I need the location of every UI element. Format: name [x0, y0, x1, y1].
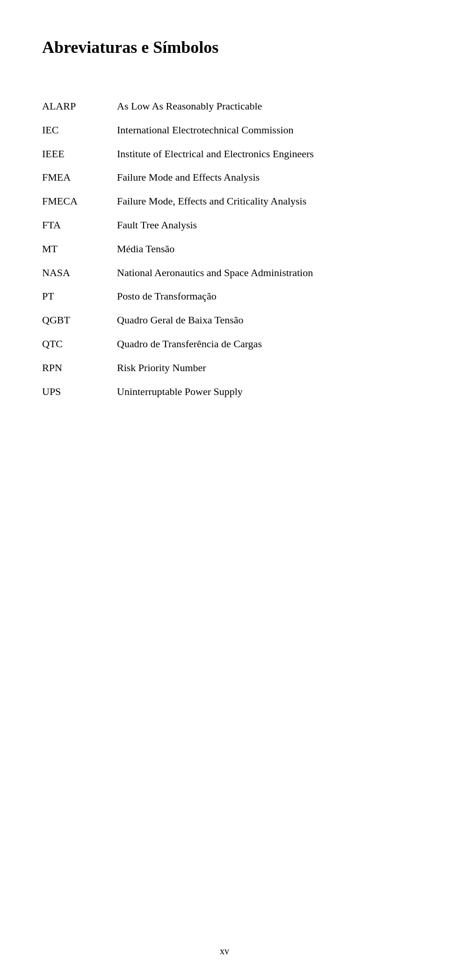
abbreviation-definition: Média Tensão	[117, 237, 407, 261]
abbreviation-term: FMECA	[42, 190, 117, 213]
table-row: ALARPAs Low As Reasonably Practicable	[42, 95, 407, 118]
abbreviation-definition: Uninterruptable Power Supply	[117, 380, 407, 404]
table-row: FMECAFailure Mode, Effects and Criticali…	[42, 190, 407, 213]
abbreviation-definition: Institute of Electrical and Electronics …	[117, 142, 407, 166]
table-row: PTPosto de Transformação	[42, 285, 407, 308]
abbreviation-definition: International Electrotechnical Commissio…	[117, 118, 407, 142]
abbreviation-definition: Quadro de Transferência de Cargas	[117, 332, 407, 356]
table-row: QGBTQuadro Geral de Baixa Tensão	[42, 308, 407, 332]
abbreviation-term: PT	[42, 285, 117, 308]
abbreviation-term: IEEE	[42, 142, 117, 166]
table-row: RPNRisk Priority Number	[42, 356, 407, 380]
abbreviation-definition: Failure Mode, Effects and Criticality An…	[117, 190, 407, 213]
abbreviation-term: UPS	[42, 380, 117, 404]
abbreviation-term: RPN	[42, 356, 117, 380]
abbreviation-definition: National Aeronautics and Space Administr…	[117, 261, 407, 285]
abbreviation-definition: Posto de Transformação	[117, 285, 407, 308]
abbreviation-term: FTA	[42, 213, 117, 237]
table-row: FTAFault Tree Analysis	[42, 213, 407, 237]
abbreviation-term: QTC	[42, 332, 117, 356]
table-row: MTMédia Tensão	[42, 237, 407, 261]
table-row: QTCQuadro de Transferência de Cargas	[42, 332, 407, 356]
table-row: UPSUninterruptable Power Supply	[42, 380, 407, 404]
table-row: FMEAFailure Mode and Effects Analysis	[42, 166, 407, 190]
abbreviation-definition: Risk Priority Number	[117, 356, 407, 380]
abbreviation-term: QGBT	[42, 308, 117, 332]
abbreviation-term: FMEA	[42, 166, 117, 190]
abbreviation-term: MT	[42, 237, 117, 261]
abbreviation-term: IEC	[42, 118, 117, 142]
abbreviation-definition: Quadro Geral de Baixa Tensão	[117, 308, 407, 332]
abbreviation-term: ALARP	[42, 95, 117, 118]
abbreviation-definition: Fault Tree Analysis	[117, 213, 407, 237]
page-title: Abreviaturas e Símbolos	[42, 37, 407, 57]
page-number: xv	[220, 946, 229, 957]
table-row: IEEEInstitute of Electrical and Electron…	[42, 142, 407, 166]
abbreviation-definition: As Low As Reasonably Practicable	[117, 95, 407, 118]
abbreviation-term: NASA	[42, 261, 117, 285]
table-row: IECInternational Electrotechnical Commis…	[42, 118, 407, 142]
abbreviations-table: ALARPAs Low As Reasonably PracticableIEC…	[42, 95, 407, 403]
table-row: NASANational Aeronautics and Space Admin…	[42, 261, 407, 285]
abbreviation-definition: Failure Mode and Effects Analysis	[117, 166, 407, 190]
